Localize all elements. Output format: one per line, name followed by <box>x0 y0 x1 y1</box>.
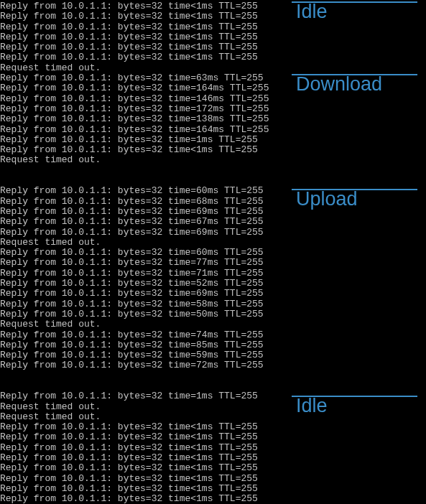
terminal-line: Reply from 10.0.1.1: bytes=32 time<1ms T… <box>0 42 426 52</box>
terminal-line <box>0 381 426 391</box>
terminal-line: Request timed out. <box>0 155 426 165</box>
terminal-line: Reply from 10.0.1.1: bytes=32 time=68ms … <box>0 197 426 207</box>
terminal-line: Reply from 10.0.1.1: bytes=32 time<1ms T… <box>0 22 426 32</box>
terminal-line: Reply from 10.0.1.1: bytes=32 time<1ms T… <box>0 11 426 22</box>
section-label: Upload <box>296 189 358 210</box>
terminal-line: Reply from 10.0.1.1: bytes=32 time<1ms T… <box>0 52 426 62</box>
terminal-line: Reply from 10.0.1.1: bytes=32 time=52ms … <box>0 279 426 289</box>
terminal-line: Request timed out. <box>0 63 426 73</box>
terminal-line: Reply from 10.0.1.1: bytes=32 time=59ms … <box>0 350 426 360</box>
terminal-line: Reply from 10.0.1.1: bytes=32 time<1ms T… <box>0 443 426 453</box>
terminal-line: Request timed out. <box>0 319 426 330</box>
terminal-line: Reply from 10.0.1.1: bytes=32 time=172ms… <box>0 104 426 114</box>
terminal-line: Reply from 10.0.1.1: bytes=32 time=164ms… <box>0 125 426 135</box>
terminal-line: Reply from 10.0.1.1: bytes=32 time<1ms T… <box>0 474 426 484</box>
terminal-line: Request timed out. <box>0 238 426 248</box>
terminal-line: Reply from 10.0.1.1: bytes=32 time=72ms … <box>0 360 426 370</box>
terminal-line: Reply from 10.0.1.1: bytes=32 time<1ms T… <box>0 145 426 155</box>
terminal-line: Reply from 10.0.1.1: bytes=32 time=71ms … <box>0 269 426 279</box>
section-label: Idle <box>296 1 328 23</box>
terminal-line: Reply from 10.0.1.1: bytes=32 time=146ms… <box>0 94 426 104</box>
section-label: Download <box>296 74 382 95</box>
terminal-line: Reply from 10.0.1.1: bytes=32 time<1ms T… <box>0 463 426 473</box>
terminal-line: Reply from 10.0.1.1: bytes=32 time<1ms T… <box>0 453 426 463</box>
terminal-line: Request timed out. <box>0 412 426 422</box>
terminal-line: Reply from 10.0.1.1: bytes=32 time=60ms … <box>0 186 426 196</box>
terminal-line: Reply from 10.0.1.1: bytes=32 time<1ms T… <box>0 422 426 432</box>
terminal-line: Reply from 10.0.1.1: bytes=32 time<1ms T… <box>0 484 426 494</box>
terminal-line: Reply from 10.0.1.1: bytes=32 time=74ms … <box>0 330 426 340</box>
terminal-line: Reply from 10.0.1.1: bytes=32 time=50ms … <box>0 309 426 319</box>
terminal-line: Reply from 10.0.1.1: bytes=32 time<1ms T… <box>0 494 426 504</box>
terminal-line: Reply from 10.0.1.1: bytes=32 time=69ms … <box>0 228 426 238</box>
terminal-line: Reply from 10.0.1.1: bytes=32 time=85ms … <box>0 340 426 350</box>
terminal-line <box>0 371 426 381</box>
terminal-line: Reply from 10.0.1.1: bytes=32 time=69ms … <box>0 207 426 217</box>
terminal-line: Reply from 10.0.1.1: bytes=32 time=69ms … <box>0 289 426 299</box>
section-label: Idle <box>296 396 328 417</box>
terminal-line: Reply from 10.0.1.1: bytes=32 time<1ms T… <box>0 32 426 42</box>
terminal-line: Reply from 10.0.1.1: bytes=32 time=58ms … <box>0 299 426 309</box>
terminal-line: Reply from 10.0.1.1: bytes=32 time=77ms … <box>0 258 426 268</box>
terminal-line: Reply from 10.0.1.1: bytes=32 time<1ms T… <box>0 432 426 442</box>
terminal-line: Reply from 10.0.1.1: bytes=32 time=67ms … <box>0 217 426 227</box>
terminal-line: Reply from 10.0.1.1: bytes=32 time=1ms T… <box>0 135 426 145</box>
terminal-line: Request timed out. <box>0 402 426 412</box>
terminal-line: Reply from 10.0.1.1: bytes=32 time<1ms T… <box>0 1 426 11</box>
terminal-line: Reply from 10.0.1.1: bytes=32 time=138ms… <box>0 114 426 124</box>
terminal-line <box>0 166 426 176</box>
terminal-line <box>0 176 426 186</box>
terminal-line: Reply from 10.0.1.1: bytes=32 time=60ms … <box>0 248 426 258</box>
